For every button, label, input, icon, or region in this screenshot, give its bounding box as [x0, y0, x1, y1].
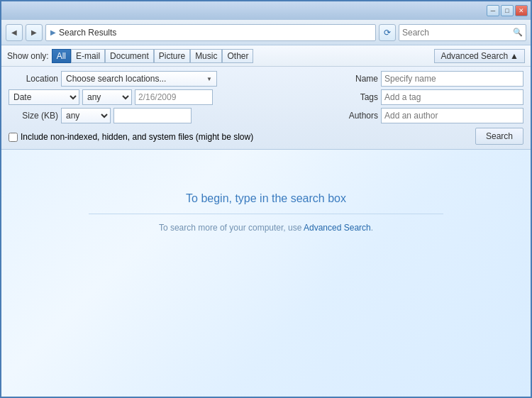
breadcrumb-text: Search Results [59, 28, 116, 38]
advanced-search-link[interactable]: Advanced Search [304, 223, 371, 233]
title-bar: ─ □ ✕ [0, 0, 532, 20]
content-divider [89, 214, 443, 214]
size-label: Size (KB) [9, 111, 58, 121]
breadcrumb-arrow-icon: ▶ [50, 28, 56, 36]
authors-row: Authors [339, 108, 523, 123]
search-icon: 🔍 [513, 28, 523, 37]
location-dropdown-text: Choose search locations... [66, 74, 166, 84]
search-input[interactable] [402, 28, 513, 38]
main-window: ◀ ▶ ▶ Search Results ⟳ 🔍 Show only: All … [0, 20, 532, 398]
filter-other-button[interactable]: Other [222, 49, 253, 63]
title-bar-buttons: ─ □ ✕ [487, 5, 528, 16]
content-sub-text: To search more of your computer, use Adv… [159, 223, 373, 233]
filter-document-button[interactable]: Document [105, 49, 154, 63]
include-files-checkbox[interactable] [9, 133, 18, 142]
minimize-button[interactable]: ─ [487, 5, 499, 16]
tags-input[interactable] [381, 89, 523, 105]
forward-button[interactable]: ▶ [26, 24, 43, 41]
breadcrumb[interactable]: ▶ Search Results [45, 24, 376, 41]
location-label: Location [9, 74, 58, 84]
name-input[interactable] [381, 71, 523, 87]
advanced-left-section: Location Choose search locations... ▼ Da… [9, 71, 339, 126]
advanced-chevron-icon: ▲ [510, 51, 519, 61]
filter-email-button[interactable]: E-mail [71, 49, 105, 63]
nav-bar: ◀ ▶ ▶ Search Results ⟳ 🔍 [1, 20, 531, 45]
filter-all-button[interactable]: All [52, 49, 71, 63]
content-main-text: To begin, type in the search box [186, 192, 346, 205]
advanced-search-button[interactable]: Advanced Search ▲ [434, 49, 525, 63]
filter-picture-button[interactable]: Picture [154, 49, 190, 63]
date-row: Date any [9, 89, 339, 105]
search-button[interactable]: Search [475, 128, 523, 145]
include-files-row: Include non-indexed, hidden, and system … [9, 132, 253, 142]
toolbar: Show only: All E-mail Document Picture M… [1, 45, 531, 67]
show-only-label: Show only: [7, 51, 49, 61]
name-label: Name [339, 74, 378, 84]
advanced-top-row: Location Choose search locations... ▼ Da… [9, 71, 523, 126]
authors-input[interactable] [381, 108, 523, 123]
advanced-bottom-row: Include non-indexed, hidden, and system … [9, 128, 523, 145]
close-button[interactable]: ✕ [515, 5, 528, 16]
advanced-right-section: Name Tags Authors [339, 71, 523, 126]
location-row: Location Choose search locations... ▼ [9, 71, 339, 87]
location-dropdown[interactable]: Choose search locations... ▼ [61, 71, 217, 87]
name-row: Name [339, 71, 523, 87]
search-bar[interactable]: 🔍 [399, 24, 526, 41]
advanced-search-label: Advanced Search [440, 51, 508, 61]
advanced-search-panel: Location Choose search locations... ▼ Da… [1, 67, 531, 150]
include-files-label: Include non-indexed, hidden, and system … [21, 132, 253, 142]
dropdown-arrow-icon: ▼ [206, 76, 212, 82]
maximize-button[interactable]: □ [501, 5, 514, 16]
content-area: To begin, type in the search box To sear… [1, 150, 531, 397]
size-any-select[interactable]: any [61, 108, 111, 123]
refresh-button[interactable]: ⟳ [379, 24, 396, 41]
tags-label: Tags [339, 92, 378, 102]
date-select[interactable]: Date [9, 89, 79, 105]
date-any-select[interactable]: any [82, 89, 132, 105]
size-row: Size (KB) any [9, 108, 339, 123]
tags-row: Tags [339, 89, 523, 105]
size-value-input[interactable] [113, 108, 192, 123]
back-button[interactable]: ◀ [6, 24, 23, 41]
authors-label: Authors [339, 111, 378, 121]
filter-music-button[interactable]: Music [190, 49, 222, 63]
date-value-input[interactable] [135, 89, 213, 105]
